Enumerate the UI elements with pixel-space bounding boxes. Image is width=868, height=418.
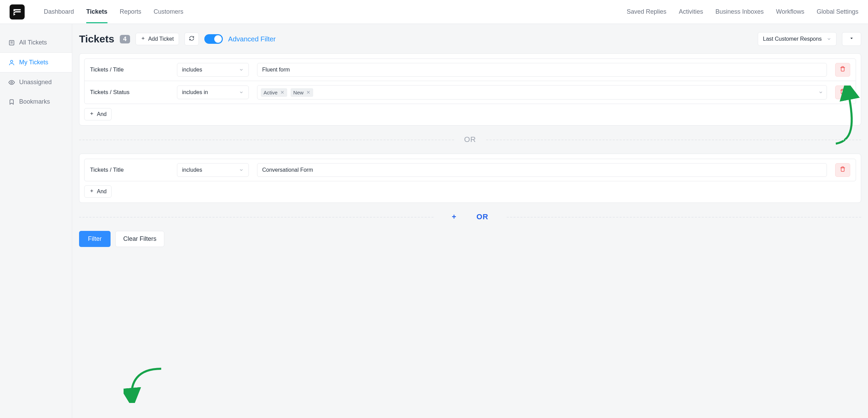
sidebar-item-label: My Tickets	[19, 59, 48, 66]
sort-select[interactable]: Last Customer Respons	[758, 32, 837, 46]
delete-rule-button[interactable]	[835, 63, 850, 77]
filter-group: Tickets / Title includes Tickets / Statu…	[79, 53, 861, 126]
selected-tag: New ✕	[291, 88, 313, 97]
user-icon	[8, 59, 15, 66]
list-icon	[8, 39, 15, 46]
operator-select[interactable]: includes in	[177, 86, 249, 99]
operator-value: includes in	[182, 89, 208, 95]
sidebar-item-my-tickets[interactable]: My Tickets	[0, 52, 72, 73]
trash-icon	[840, 166, 846, 174]
plus-icon	[141, 36, 145, 42]
annotation-arrow-icon	[124, 365, 165, 403]
chevron-down-icon	[827, 37, 831, 41]
nav-dashboard[interactable]: Dashboard	[44, 1, 74, 23]
plus-icon: +	[443, 212, 465, 221]
nav-workflows[interactable]: Workflows	[776, 8, 804, 15]
toggle-knob	[214, 35, 222, 43]
nav-activities[interactable]: Activities	[679, 8, 703, 15]
filter-rule: Tickets / Title includes	[85, 59, 856, 81]
add-and-rule-button[interactable]: And	[84, 185, 112, 198]
ticket-count-badge: 4	[120, 35, 130, 43]
caret-down-icon	[849, 36, 854, 42]
chevron-down-icon	[239, 168, 244, 172]
sidebar-item-label: Unassigned	[19, 79, 52, 86]
operator-value: includes	[182, 167, 202, 173]
add-ticket-button[interactable]: Add Ticket	[136, 33, 179, 45]
remove-tag-icon[interactable]: ✕	[280, 90, 284, 95]
value-input[interactable]	[257, 163, 827, 177]
more-options-dropdown[interactable]	[842, 32, 861, 46]
filter-rule: Tickets / Title includes	[85, 159, 856, 181]
value-multiselect[interactable]: Active ✕ New ✕	[257, 85, 827, 100]
refresh-icon	[189, 36, 194, 42]
page-header: Tickets 4 Add Ticket Advanced Filter Las…	[79, 32, 861, 46]
svg-marker-7	[851, 38, 853, 39]
top-nav: Dashboard Tickets Reports Customers Save…	[0, 0, 868, 24]
main-content: Tickets 4 Add Ticket Advanced Filter Las…	[72, 24, 868, 418]
rule-field-label: Tickets / Status	[90, 89, 169, 96]
refresh-button[interactable]	[184, 32, 199, 45]
app-logo	[10, 4, 25, 19]
nav-customers[interactable]: Customers	[154, 1, 183, 23]
sidebar-item-label: Bookmarks	[19, 98, 50, 105]
page-title: Tickets	[79, 33, 114, 45]
nav-business-inboxes[interactable]: Business Inboxes	[715, 8, 764, 15]
chevron-down-icon	[239, 67, 244, 72]
sidebar-item-label: All Tickets	[19, 39, 47, 46]
bookmark-icon	[8, 99, 15, 105]
chevron-down-icon	[239, 90, 244, 95]
and-label: And	[97, 111, 106, 117]
eye-icon	[8, 79, 15, 86]
chevron-down-icon	[818, 90, 823, 95]
sort-select-value: Last Customer Respons	[763, 36, 822, 42]
rule-field-label: Tickets / Title	[90, 66, 169, 73]
clear-filters-button[interactable]: Clear Filters	[115, 231, 164, 247]
svg-point-4	[11, 81, 13, 83]
trash-icon	[840, 66, 846, 74]
selected-tag: Active ✕	[261, 88, 287, 97]
filter-rule: Tickets / Status includes in Active ✕ Ne…	[85, 81, 856, 104]
plus-icon	[89, 111, 94, 117]
tag-label: Active	[264, 90, 278, 95]
rule-list: Tickets / Title includes	[84, 159, 856, 181]
sidebar: All Tickets My Tickets Unassigned Bookma…	[0, 24, 72, 418]
svg-rect-12	[841, 168, 844, 171]
logo-icon	[12, 7, 22, 17]
add-or-group[interactable]: +OR	[79, 212, 861, 221]
delete-rule-button[interactable]	[835, 163, 850, 177]
nav-global-settings[interactable]: Global Settings	[817, 8, 858, 15]
apply-filter-button[interactable]: Filter	[79, 231, 111, 247]
operator-select[interactable]: includes	[177, 163, 249, 177]
value-input[interactable]	[257, 63, 827, 77]
add-or-label: OR	[468, 212, 497, 221]
secondary-nav: Saved Replies Activities Business Inboxe…	[627, 8, 858, 15]
advanced-filter-toggle[interactable]	[204, 34, 223, 44]
trash-icon	[840, 89, 846, 96]
svg-rect-9	[841, 90, 844, 94]
advanced-filter-label: Advanced Filter	[228, 35, 276, 43]
filter-actions: Filter Clear Filters	[79, 231, 861, 247]
primary-nav: Dashboard Tickets Reports Customers	[44, 1, 183, 23]
sidebar-item-unassigned[interactable]: Unassigned	[0, 73, 72, 92]
svg-point-3	[11, 60, 13, 63]
filter-group: Tickets / Title includes And	[79, 154, 861, 203]
operator-value: includes	[182, 67, 202, 73]
nav-reports[interactable]: Reports	[120, 1, 141, 23]
add-and-rule-button[interactable]: And	[84, 108, 112, 120]
sidebar-item-bookmarks[interactable]: Bookmarks	[0, 92, 72, 112]
plus-icon	[89, 188, 94, 195]
operator-select[interactable]: includes	[177, 63, 249, 77]
remove-tag-icon[interactable]: ✕	[306, 90, 310, 95]
svg-rect-8	[841, 67, 844, 71]
nav-tickets[interactable]: Tickets	[86, 1, 107, 23]
and-label: And	[97, 188, 106, 195]
rule-field-label: Tickets / Title	[90, 167, 169, 173]
rule-list: Tickets / Title includes Tickets / Statu…	[84, 58, 856, 104]
delete-rule-button[interactable]	[835, 86, 850, 99]
sidebar-item-all-tickets[interactable]: All Tickets	[0, 33, 72, 52]
tag-label: New	[293, 90, 304, 95]
add-ticket-label: Add Ticket	[148, 36, 174, 42]
or-separator: OR	[79, 135, 861, 144]
or-label: OR	[455, 135, 485, 144]
nav-saved-replies[interactable]: Saved Replies	[627, 8, 666, 15]
